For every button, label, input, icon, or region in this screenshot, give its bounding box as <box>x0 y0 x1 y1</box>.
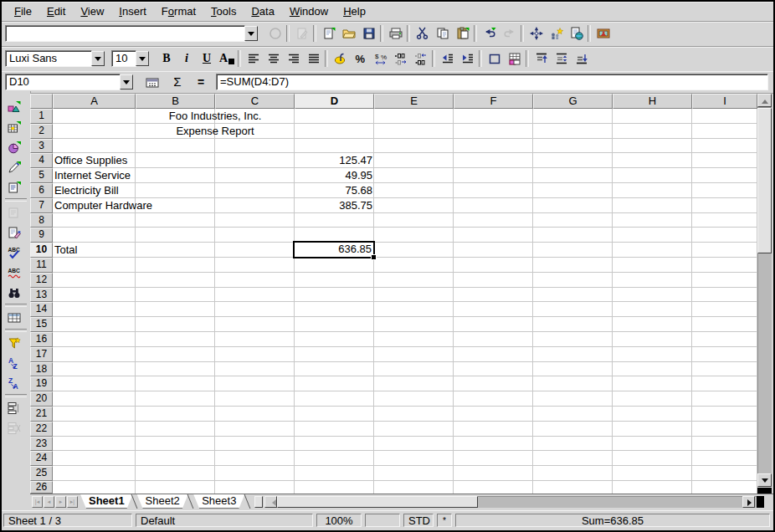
hscroll-right-button[interactable] <box>742 496 755 508</box>
bold-button[interactable]: B <box>157 49 176 68</box>
cell-A6[interactable]: Electricity Bill <box>53 183 257 197</box>
row-header-16[interactable]: 16 <box>30 332 53 347</box>
row-header-12[interactable]: 12 <box>30 273 53 288</box>
column-header-D[interactable]: D <box>295 94 374 109</box>
background-color-icon[interactable] <box>506 49 524 68</box>
select-all-corner[interactable] <box>30 94 53 109</box>
cell-A7[interactable]: Computer Hardware <box>53 198 257 212</box>
menu-view[interactable]: View <box>73 2 111 21</box>
align-bottom-icon[interactable] <box>572 49 591 68</box>
navigator-icon[interactable] <box>527 24 546 43</box>
sum-icon[interactable]: Σ <box>167 74 187 90</box>
horizontal-split-handle[interactable] <box>757 496 764 508</box>
align-center-icon[interactable] <box>264 49 283 68</box>
row-header-1[interactable]: 1 <box>30 109 53 124</box>
menu-file[interactable]: File <box>7 2 39 21</box>
underline-button[interactable]: U <box>198 49 216 68</box>
row-header-21[interactable]: 21 <box>30 407 53 422</box>
scroll-up-button[interactable] <box>757 94 772 107</box>
sort-ascending-icon[interactable]: AZ <box>5 354 23 372</box>
font-size-combobox[interactable] <box>111 50 136 67</box>
row-header-22[interactable]: 22 <box>30 422 53 437</box>
font-name-dropdown-button[interactable] <box>91 51 105 66</box>
font-name-combobox[interactable] <box>5 50 92 67</box>
hscroll-thumb[interactable] <box>277 496 478 508</box>
autoformat-icon[interactable] <box>5 223 23 242</box>
paste-icon[interactable] <box>454 24 472 43</box>
auto-spellcheck-icon[interactable]: ABC <box>5 263 23 282</box>
row-header-5[interactable]: 5 <box>30 168 53 183</box>
font-color-button[interactable]: A <box>218 49 236 68</box>
insert-icon[interactable] <box>5 98 23 116</box>
row-header-2[interactable]: 2 <box>30 124 53 139</box>
next-sheet-button[interactable]: ▸ <box>55 496 66 508</box>
cell-D7[interactable]: 385.75 <box>295 198 374 212</box>
autopilot-icon[interactable] <box>547 24 566 43</box>
selected-cell-D10[interactable]: 636.85 <box>293 241 375 258</box>
autofilter-icon[interactable] <box>5 334 23 352</box>
sheet-tab-sheet3[interactable]: Sheet3 <box>193 494 244 509</box>
row-header-9[interactable]: 9 <box>30 228 53 243</box>
decrease-indent-icon[interactable] <box>439 49 457 68</box>
delete-decimal-icon[interactable] <box>412 49 430 68</box>
print-icon[interactable] <box>387 24 405 43</box>
menu-format[interactable]: Format <box>154 2 203 21</box>
fill-handle[interactable] <box>371 254 377 260</box>
column-header-C[interactable]: C <box>215 94 295 109</box>
sheet-tab-sheet1[interactable]: Sheet1 <box>80 494 133 509</box>
cell-B2[interactable]: Expense Report <box>136 124 295 138</box>
borders-icon[interactable] <box>485 49 504 68</box>
row-header-17[interactable]: 17 <box>30 347 53 362</box>
row-header-18[interactable]: 18 <box>30 362 53 377</box>
cut-icon[interactable] <box>413 24 432 43</box>
sum-panel[interactable]: Sum=636.85 <box>455 514 770 527</box>
insert-mode-panel[interactable] <box>365 514 400 527</box>
equals-icon[interactable]: = <box>191 74 211 90</box>
standard-format-icon[interactable]: $% <box>372 49 390 68</box>
align-top-icon[interactable] <box>532 49 551 68</box>
last-sheet-button[interactable]: ▸| <box>67 496 78 508</box>
menu-data[interactable]: Data <box>244 2 281 21</box>
insert-chart-icon[interactable] <box>5 138 23 156</box>
menu-edit[interactable]: Edit <box>39 2 73 21</box>
font-size-dropdown-button[interactable] <box>136 51 149 66</box>
row-header-14[interactable]: 14 <box>30 302 53 317</box>
new-document-icon[interactable] <box>320 24 338 43</box>
spellcheck-icon[interactable]: ABC <box>5 243 23 262</box>
scroll-down-button[interactable] <box>757 473 772 487</box>
save-icon[interactable] <box>360 24 378 43</box>
first-sheet-button[interactable]: |◂ <box>32 496 43 508</box>
name-box-dropdown-button[interactable] <box>120 74 133 90</box>
row-header-26[interactable]: 26 <box>30 481 53 494</box>
column-header-E[interactable]: E <box>374 94 454 109</box>
row-header-4[interactable]: 4 <box>30 153 53 168</box>
menu-window[interactable]: Window <box>282 2 336 21</box>
draw-functions-icon[interactable] <box>5 158 23 176</box>
copy-icon[interactable] <box>434 24 452 43</box>
zoom-panel[interactable]: 100% <box>316 514 362 527</box>
menu-help[interactable]: Help <box>336 2 373 21</box>
column-header-F[interactable]: F <box>454 94 533 109</box>
cell-D6[interactable]: 75.68 <box>295 183 374 197</box>
align-justify-icon[interactable] <box>305 49 323 68</box>
cell-A5[interactable]: Internet Service <box>53 168 257 182</box>
row-header-15[interactable]: 15 <box>30 317 53 332</box>
tab-splitter[interactable] <box>254 496 263 508</box>
percent-icon[interactable]: % <box>352 49 370 68</box>
column-header-I[interactable]: I <box>692 94 757 109</box>
cell-B1[interactable]: Foo Industries, Inc. <box>136 109 295 123</box>
align-left-icon[interactable] <box>244 49 263 68</box>
row-header-8[interactable]: 8 <box>30 213 53 228</box>
group-icon[interactable] <box>5 399 23 417</box>
menu-tools[interactable]: Tools <box>203 2 244 21</box>
row-header-13[interactable]: 13 <box>30 288 53 303</box>
insert-cells-icon[interactable] <box>5 118 23 136</box>
row-header-19[interactable]: 19 <box>30 376 53 391</box>
selection-mode-panel[interactable]: STD <box>403 514 434 527</box>
hscroll-left-button[interactable] <box>264 496 277 508</box>
row-header-24[interactable]: 24 <box>30 451 53 466</box>
gallery-icon[interactable] <box>594 24 613 43</box>
insert-form-icon[interactable] <box>5 178 23 197</box>
web-page-icon[interactable] <box>567 24 586 43</box>
row-header-11[interactable]: 11 <box>30 258 53 273</box>
